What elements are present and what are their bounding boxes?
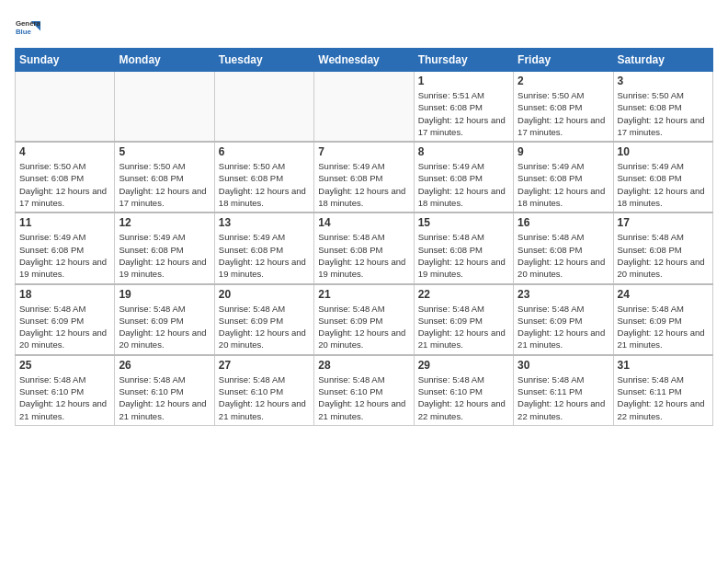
day-info: Sunrise: 5:50 AMSunset: 6:08 PMDaylight:… [219,160,310,209]
day-info: Sunrise: 5:48 AMSunset: 6:10 PMDaylight:… [318,373,409,422]
calendar-cell: 28Sunrise: 5:48 AMSunset: 6:10 PMDayligh… [314,355,414,426]
calendar-cell: 22Sunrise: 5:48 AMSunset: 6:09 PMDayligh… [414,284,513,355]
day-info: Sunrise: 5:48 AMSunset: 6:10 PMDaylight:… [119,373,210,422]
calendar-cell: 5Sunrise: 5:50 AMSunset: 6:08 PMDaylight… [115,142,214,213]
calendar-cell: 27Sunrise: 5:48 AMSunset: 6:10 PMDayligh… [214,355,313,426]
calendar-cell: 9Sunrise: 5:49 AMSunset: 6:08 PMDaylight… [514,142,613,213]
day-info: Sunrise: 5:48 AMSunset: 6:11 PMDaylight:… [518,373,609,422]
day-number: 17 [618,216,709,229]
calendar-cell: 19Sunrise: 5:48 AMSunset: 6:09 PMDayligh… [115,284,214,355]
calendar-cell: 8Sunrise: 5:49 AMSunset: 6:08 PMDaylight… [414,142,513,213]
day-info: Sunrise: 5:49 AMSunset: 6:08 PMDaylight:… [19,231,110,280]
day-number: 9 [518,145,609,158]
calendar-cell: 18Sunrise: 5:48 AMSunset: 6:09 PMDayligh… [16,284,115,355]
calendar-cell: 24Sunrise: 5:48 AMSunset: 6:09 PMDayligh… [613,284,712,355]
calendar-table: SundayMondayTuesdayWednesdayThursdayFrid… [15,48,713,426]
weekday-header: Saturday [613,49,712,72]
day-info: Sunrise: 5:49 AMSunset: 6:08 PMDaylight:… [518,160,609,209]
day-info: Sunrise: 5:48 AMSunset: 6:09 PMDaylight:… [119,303,210,351]
day-number: 28 [318,359,409,372]
day-info: Sunrise: 5:50 AMSunset: 6:08 PMDaylight:… [518,89,609,138]
day-info: Sunrise: 5:49 AMSunset: 6:08 PMDaylight:… [119,231,210,280]
day-number: 31 [618,359,709,372]
svg-text:Blue: Blue [16,28,32,36]
day-info: Sunrise: 5:48 AMSunset: 6:09 PMDaylight:… [318,303,409,351]
weekday-header: Wednesday [314,49,414,72]
day-number: 2 [518,75,609,87]
weekday-header: Tuesday [214,49,313,72]
day-number: 14 [318,216,409,229]
calendar-cell: 15Sunrise: 5:48 AMSunset: 6:08 PMDayligh… [414,213,513,283]
day-number: 29 [418,359,509,372]
day-number: 15 [418,216,509,229]
calendar-cell: 29Sunrise: 5:48 AMSunset: 6:10 PMDayligh… [414,355,513,426]
day-number: 6 [219,145,310,158]
day-number: 13 [219,216,310,229]
day-info: Sunrise: 5:50 AMSunset: 6:08 PMDaylight:… [119,160,210,209]
calendar-cell: 25Sunrise: 5:48 AMSunset: 6:10 PMDayligh… [16,355,115,426]
day-number: 19 [119,288,210,301]
day-info: Sunrise: 5:48 AMSunset: 6:09 PMDaylight:… [518,303,609,351]
day-number: 24 [618,288,709,301]
weekday-header: Monday [115,49,214,72]
calendar-cell: 12Sunrise: 5:49 AMSunset: 6:08 PMDayligh… [115,213,214,283]
day-number: 8 [418,145,509,158]
day-info: Sunrise: 5:48 AMSunset: 6:08 PMDaylight:… [418,231,509,280]
logo: General Blue [15,15,40,40]
day-number: 18 [19,288,110,301]
day-number: 26 [119,359,210,372]
calendar-cell [314,72,414,143]
day-info: Sunrise: 5:50 AMSunset: 6:08 PMDaylight:… [19,160,110,209]
day-info: Sunrise: 5:48 AMSunset: 6:10 PMDaylight:… [418,373,509,422]
day-info: Sunrise: 5:49 AMSunset: 6:08 PMDaylight:… [418,160,509,209]
day-info: Sunrise: 5:48 AMSunset: 6:09 PMDaylight:… [618,303,709,351]
day-info: Sunrise: 5:48 AMSunset: 6:08 PMDaylight:… [518,231,609,280]
calendar-cell: 4Sunrise: 5:50 AMSunset: 6:08 PMDaylight… [16,142,115,213]
weekday-header: Friday [514,49,613,72]
day-number: 1 [418,75,509,87]
calendar-cell: 14Sunrise: 5:48 AMSunset: 6:08 PMDayligh… [314,213,414,283]
calendar-cell: 23Sunrise: 5:48 AMSunset: 6:09 PMDayligh… [514,284,613,355]
day-info: Sunrise: 5:48 AMSunset: 6:11 PMDaylight:… [618,373,709,422]
calendar-cell [214,72,313,143]
calendar-cell: 21Sunrise: 5:48 AMSunset: 6:09 PMDayligh… [314,284,414,355]
day-info: Sunrise: 5:49 AMSunset: 6:08 PMDaylight:… [219,231,310,280]
weekday-header: Thursday [414,49,513,72]
day-number: 4 [19,145,110,158]
day-number: 7 [318,145,409,158]
logo-icon: General Blue [15,15,40,40]
calendar-cell: 26Sunrise: 5:48 AMSunset: 6:10 PMDayligh… [115,355,214,426]
day-info: Sunrise: 5:49 AMSunset: 6:08 PMDaylight:… [618,160,709,209]
day-number: 10 [618,145,709,158]
calendar-cell: 31Sunrise: 5:48 AMSunset: 6:11 PMDayligh… [613,355,712,426]
day-number: 27 [219,359,310,372]
day-number: 5 [119,145,210,158]
day-number: 16 [518,216,609,229]
day-info: Sunrise: 5:50 AMSunset: 6:08 PMDaylight:… [618,89,709,138]
day-number: 21 [318,288,409,301]
day-number: 30 [518,359,609,372]
calendar-cell: 6Sunrise: 5:50 AMSunset: 6:08 PMDaylight… [214,142,313,213]
calendar-cell: 16Sunrise: 5:48 AMSunset: 6:08 PMDayligh… [514,213,613,283]
day-number: 23 [518,288,609,301]
day-info: Sunrise: 5:48 AMSunset: 6:09 PMDaylight:… [19,303,110,351]
day-number: 12 [119,216,210,229]
calendar-cell: 10Sunrise: 5:49 AMSunset: 6:08 PMDayligh… [613,142,712,213]
calendar-cell: 7Sunrise: 5:49 AMSunset: 6:08 PMDaylight… [314,142,414,213]
day-number: 25 [19,359,110,372]
day-info: Sunrise: 5:48 AMSunset: 6:10 PMDaylight:… [19,373,110,422]
day-info: Sunrise: 5:51 AMSunset: 6:08 PMDaylight:… [418,89,509,138]
day-number: 3 [618,75,709,87]
calendar-cell: 3Sunrise: 5:50 AMSunset: 6:08 PMDaylight… [613,72,712,143]
calendar-cell [115,72,214,143]
day-info: Sunrise: 5:49 AMSunset: 6:08 PMDaylight:… [318,160,409,209]
day-info: Sunrise: 5:48 AMSunset: 6:08 PMDaylight:… [618,231,709,280]
calendar-cell: 11Sunrise: 5:49 AMSunset: 6:08 PMDayligh… [16,213,115,283]
weekday-header: Sunday [16,49,115,72]
calendar-cell: 13Sunrise: 5:49 AMSunset: 6:08 PMDayligh… [214,213,313,283]
day-number: 20 [219,288,310,301]
calendar-cell: 30Sunrise: 5:48 AMSunset: 6:11 PMDayligh… [514,355,613,426]
day-number: 22 [418,288,509,301]
calendar-cell: 17Sunrise: 5:48 AMSunset: 6:08 PMDayligh… [613,213,712,283]
calendar-cell: 2Sunrise: 5:50 AMSunset: 6:08 PMDaylight… [514,72,613,143]
